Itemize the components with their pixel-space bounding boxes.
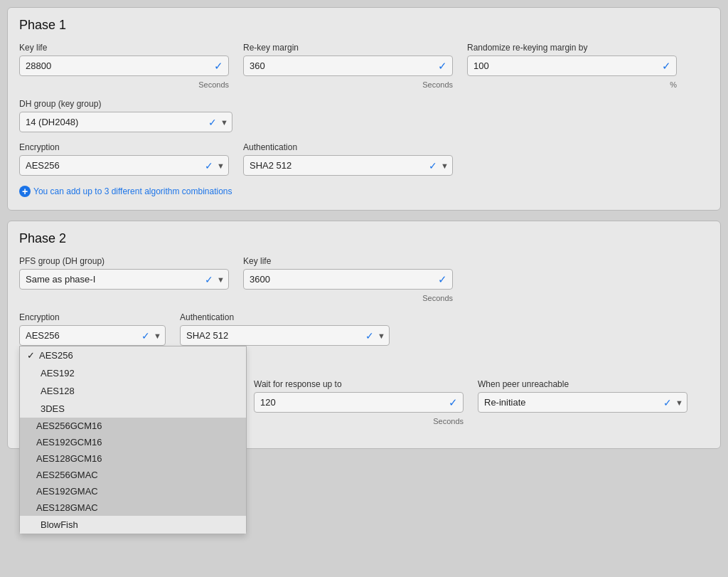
phase1-row1: Key life ✓ Seconds Re-key margin ✓ Secon… [19,43,709,89]
phase2-keylife-input[interactable] [243,269,453,290]
phase1-add-algo-text: You can add up to 3 different algorithm … [33,186,232,196]
phase2-encrypt-option-aes128[interactable]: AES128 [20,382,246,400]
phase2-encryption-group: Encryption ✓ ▼ AES256 AES192 AES128 3DES… [19,312,166,346]
phase1-keylife-label: Key life [19,43,229,53]
phase2-encryption-dropdown-open: ✓ ▼ AES256 AES192 AES128 3DES AES256GCM1… [19,325,166,346]
phase2-encryption-label: Encryption [19,312,166,322]
phase1-dhgroup-select-wrapper: 14 (DH2048) 2 (DH1024) 5 (DH1536) ✓ ▼ [19,112,232,132]
phase1-encryption-select-wrapper: AES256 AES192 AES128 3DES ✓ ▼ [19,155,229,176]
phase2-wait-group: Wait for response up to ✓ Seconds [254,379,464,425]
phase2-keylife-label: Key life [243,256,453,266]
phase2-encryption-input-row: ✓ ▼ [19,325,166,346]
phase1-auth-select-wrapper: SHA2 512 SHA2 256 SHA1 MD5 ✓ ▼ [243,155,453,176]
phase2-title: Phase 2 [19,231,709,246]
phase2-encrypt-option-aes128gmac[interactable]: AES128GMAC [20,499,246,516]
phase1-encryption-label: Encryption [19,142,229,152]
phase1-randomize-hint: % [467,80,677,89]
phase2-wait-input[interactable] [254,392,464,413]
phase2-encrypt-option-aes256gcm16[interactable]: AES256GCM16 [20,418,246,434]
phase2-encrypt-option-aes192gcm16[interactable]: AES192GCM16 [20,434,246,450]
phase2-encrypt-option-blowfish[interactable]: BlowFish [20,516,246,534]
phase1-keylife-hint: Seconds [19,80,229,89]
phase2-unreachable-group: When peer unreachable Re-initiate Hold C… [478,379,687,413]
phase2-wait-input-wrapper: ✓ [254,392,464,413]
phase1-dhgroup-label: DH group (key group) [19,99,232,109]
phase1-rekey-input-wrapper: ✓ [243,55,453,76]
phase2-keylife-input-wrapper: ✓ [243,269,453,290]
phase2-encryption-input[interactable] [19,325,166,346]
phase2-pfsgroup-group: PFS group (DH group) Same as phase-I 14 … [19,256,229,290]
phase1-randomize-input-wrapper: ✓ [467,55,677,76]
phase2-wait-label: Wait for response up to [254,379,464,389]
phase2-row1: PFS group (DH group) Same as phase-I 14 … [19,256,709,302]
phase1-randomize-label: Randomize re-keying margin by [467,43,677,53]
phase2-auth-select-wrapper: SHA2 512 SHA2 256 SHA1 MD5 ✓ ▼ [180,325,390,346]
phase1-title: Phase 1 [19,18,709,33]
phase2-encrypt-option-aes192gmac[interactable]: AES192GMAC [20,483,246,499]
phase1-auth-select[interactable]: SHA2 512 SHA2 256 SHA1 MD5 [243,155,453,176]
phase2-unreachable-label: When peer unreachable [478,379,687,389]
phase2-pfsgroup-select-wrapper: Same as phase-I 14 (DH2048) 2 (DH1024) ✓… [19,269,229,290]
phase1-auth-label: Authentication [243,142,453,152]
phase2-row2: Encryption ✓ ▼ AES256 AES192 AES128 3DES… [19,312,709,346]
phase2-encrypt-option-aes128gcm16[interactable]: AES128GCM16 [20,450,246,467]
phase2-encrypt-option-3des[interactable]: 3DES [20,400,246,418]
phase1-encryption-group: Encryption AES256 AES192 AES128 3DES ✓ ▼ [19,142,229,176]
phase2-unreachable-select[interactable]: Re-initiate Hold Clear [478,392,687,413]
phase1-rekey-input[interactable] [243,55,453,76]
phase1-keylife-group: Key life ✓ Seconds [19,43,229,89]
phase1-keylife-input-wrapper: ✓ [19,55,229,76]
phase1-row2: DH group (key group) 14 (DH2048) 2 (DH10… [19,99,709,132]
phase1-rekey-label: Re-key margin [243,43,453,53]
phase2-auth-group: Authentication SHA2 512 SHA2 256 SHA1 MD… [180,312,390,346]
phase2-encryption-dropdown-list: AES256 AES192 AES128 3DES AES256GCM16 AE… [19,346,247,534]
phase1-randomize-group: Randomize re-keying margin by ✓ % [467,43,677,89]
phase2-keylife-hint: Seconds [243,294,453,302]
phase1-dhgroup-select[interactable]: 14 (DH2048) 2 (DH1024) 5 (DH1536) [19,112,232,132]
phase2-wait-hint: Seconds [254,417,464,425]
phase1-dhgroup-group: DH group (key group) 14 (DH2048) 2 (DH10… [19,99,232,132]
phase1-keylife-input[interactable] [19,55,229,76]
phase1-add-algo-plus-icon: + [19,186,31,197]
phase1-randomize-input[interactable] [467,55,677,76]
phase2-encrypt-option-aes192[interactable]: AES192 [20,364,246,382]
phase2-unreachable-select-wrapper: Re-initiate Hold Clear ✓ ▼ [478,392,687,413]
phase1-row3: Encryption AES256 AES192 AES128 3DES ✓ ▼… [19,142,709,176]
phase1-rekey-hint: Seconds [243,80,453,89]
phase2-encrypt-option-aes256gmac[interactable]: AES256GMAC [20,467,246,483]
phase2-auth-select[interactable]: SHA2 512 SHA2 256 SHA1 MD5 [180,325,390,346]
phase2-pfsgroup-label: PFS group (DH group) [19,256,229,266]
phase2-pfsgroup-select[interactable]: Same as phase-I 14 (DH2048) 2 (DH1024) [19,269,229,290]
phase2-auth-label: Authentication [180,312,390,322]
phase1-auth-group: Authentication SHA2 512 SHA2 256 SHA1 MD… [243,142,453,176]
phase1-add-algo-link[interactable]: + You can add up to 3 different algorith… [19,186,709,197]
phase2-encrypt-option-aes256[interactable]: AES256 [20,346,246,364]
phase1-section: Phase 1 Key life ✓ Seconds Re-key margin… [7,7,721,211]
phase2-keylife-group: Key life ✓ Seconds [243,256,453,302]
phase1-rekey-group: Re-key margin ✓ Seconds [243,43,453,89]
phase2-section: Phase 2 PFS group (DH group) Same as pha… [7,221,721,449]
phase1-encryption-select[interactable]: AES256 AES192 AES128 3DES [19,155,229,176]
